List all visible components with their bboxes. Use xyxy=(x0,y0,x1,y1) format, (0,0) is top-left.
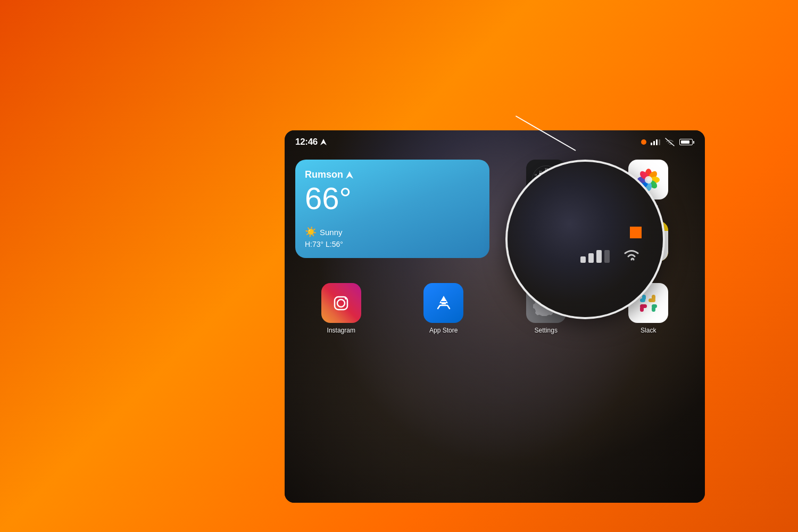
time-display: 12:46 xyxy=(295,137,318,147)
slack-label: Slack xyxy=(641,327,656,334)
location-arrow-icon xyxy=(320,139,327,145)
weather-highlow: H:73° L:56° xyxy=(305,240,480,248)
phone-container: 12:46 xyxy=(186,48,612,484)
app-icon-appstore[interactable]: App Store xyxy=(398,283,490,334)
magnify-wifi-icon xyxy=(621,247,642,263)
svg-marker-0 xyxy=(320,139,327,145)
svg-marker-2 xyxy=(346,171,353,179)
location-icon xyxy=(346,171,353,179)
magnify-bar-2 xyxy=(588,253,594,263)
magnify-status-icons xyxy=(580,247,642,263)
svg-point-28 xyxy=(345,297,347,300)
settings-label: Settings xyxy=(535,327,558,334)
signal-bar-1 xyxy=(651,143,652,145)
weather-condition: ☀️ Sunny xyxy=(305,226,480,238)
svg-point-27 xyxy=(337,300,345,307)
signal-bar-4 xyxy=(659,139,660,145)
battery-icon xyxy=(679,139,694,145)
appstore-svg xyxy=(432,292,455,315)
signal-bars-icon xyxy=(651,139,660,145)
status-time: 12:46 xyxy=(295,137,327,147)
magnify-circle xyxy=(505,160,665,319)
magnify-bar-4 xyxy=(604,250,610,263)
wifi-crossed-icon xyxy=(664,138,675,146)
status-right-icons xyxy=(641,138,694,146)
status-bar: 12:46 xyxy=(285,130,705,154)
instagram-svg xyxy=(330,293,352,314)
weather-location: Rumson xyxy=(305,169,480,180)
magnify-bar-1 xyxy=(580,256,586,263)
sun-icon: ☀️ xyxy=(305,226,317,238)
magnify-signal-bars xyxy=(580,250,610,263)
appstore-icon xyxy=(423,283,463,323)
orange-indicator-dot xyxy=(641,139,646,145)
weather-widget[interactable]: Rumson 66° ☀️ Sunny H:73° xyxy=(295,160,489,258)
app-icon-instagram[interactable]: Instagram xyxy=(295,283,387,334)
magnify-bar-3 xyxy=(596,250,602,263)
instagram-icon xyxy=(321,283,361,323)
weather-temperature: 66° xyxy=(305,183,480,214)
signal-bar-2 xyxy=(653,141,655,145)
instagram-label: Instagram xyxy=(327,327,355,334)
signal-bar-3 xyxy=(656,139,658,145)
magnify-orange-dot xyxy=(630,227,642,238)
appstore-label: App Store xyxy=(429,327,458,334)
